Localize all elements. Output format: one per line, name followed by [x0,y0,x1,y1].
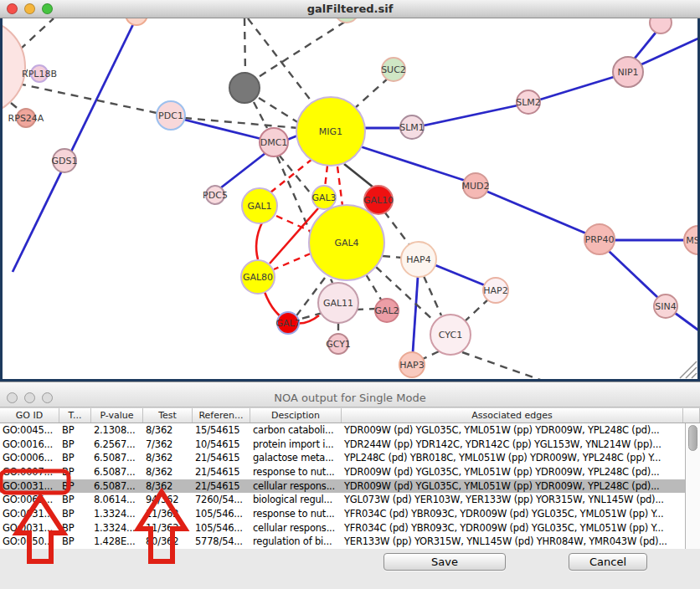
edge-pd[interactable] [464,299,489,322]
save-button[interactable]: Save [383,553,506,571]
cell-type: BP [59,451,91,465]
table-scrollbar-thumb[interactable] [688,425,697,451]
node-GAL1[interactable]: GAL1 [242,188,277,223]
node-GCY1[interactable]: GCY1 [326,334,351,354]
column-header-p_value[interactable]: P-value [91,408,143,423]
resize-grip-icon[interactable] [680,361,697,378]
table-row[interactable]: GO:0031...BP1.3324...11/362105/546...cel… [0,521,685,535]
edge-pd[interactable] [366,274,381,300]
node-green-top[interactable] [335,18,358,23]
edge-pp[interactable] [675,313,700,331]
cancel-button[interactable]: Cancel [569,553,647,571]
node-PDC1[interactable]: PDC1 [157,101,185,130]
node-GAL80[interactable]: GAL80 [241,260,275,294]
results-table: GO:0045...BP2.1308...8/36215/54615carbon… [0,423,685,549]
cell-type: BP [59,507,91,521]
node-GDS1[interactable]: GDS1 [52,149,78,172]
edge-pd[interactable] [384,212,410,246]
table-row[interactable]: GO:0031...BP6.5087...8/36221/54615cellul… [0,479,685,494]
node-gray-node[interactable] [229,73,260,103]
node-GAL2[interactable]: GAL2 [374,299,399,322]
node-HAP2[interactable]: HAP2 [483,278,508,303]
edge-pp[interactable] [13,21,135,272]
table-row[interactable]: GO:0065...BP8.0614...94/3627260/54...bio… [0,493,685,507]
edge-pd[interactable] [424,276,441,315]
edge-pp[interactable] [487,192,586,233]
edge-pp[interactable] [435,265,485,285]
cell-test: 11/362 [143,507,193,521]
table-row[interactable]: GO:0050...BP1.428E...80/3625778/54...reg… [0,535,685,549]
edge-redd[interactable] [325,166,327,187]
edge-pd[interactable] [462,352,543,381]
column-header-description[interactable]: Desciption [250,408,342,423]
edge-pp[interactable] [220,153,265,188]
node-SUC2[interactable]: SUC2 [381,58,406,81]
node-GAL7[interactable]: GAL7 [275,312,300,334]
edge-pp[interactable] [540,77,614,100]
cell-p_value: 6.5087... [91,479,143,494]
table-row[interactable]: GO:0007...BP6.5087...8/36221/54615respon… [0,465,685,479]
table-scrollbar[interactable] [685,423,700,549]
edge-pp[interactable] [634,33,656,59]
edge-pd[interactable] [259,98,299,123]
edge-pd[interactable] [11,103,20,110]
node-label: MUD2 [461,181,489,192]
edge-pp[interactable] [360,146,466,181]
table-row[interactable]: GO:0006...BP6.5087...8/36221/54615galact… [0,451,685,465]
node-GAL11[interactable]: GAL11 [318,283,358,323]
node-CYC1[interactable]: CYC1 [430,315,471,355]
node-MSL1[interactable]: MSL1 [684,226,700,254]
cell-p_value: 2.1308... [91,423,143,438]
edge-pd[interactable] [356,309,376,310]
edge-pp[interactable] [609,251,658,298]
table-row[interactable]: GO:0031...BP1.3324...11/362105/546...res… [0,507,685,521]
edge-pp[interactable] [184,120,261,139]
edge-pd[interactable] [383,256,402,258]
edge-pp[interactable] [424,105,517,125]
noa-window-titlebar[interactable]: NOA output for Single Mode [0,382,700,407]
column-header-go_id[interactable]: GO ID [0,408,59,423]
node-GAL10[interactable]: GAL10 [363,186,394,214]
node-RPS24A[interactable]: RPS24A [8,109,44,127]
node-HAP4[interactable]: HAP4 [401,242,436,277]
node-PDC5[interactable]: PDC5 [203,186,228,204]
edge-pd[interactable] [244,18,245,74]
node-pink-topright[interactable] [650,18,672,33]
cell-description: regulation of bi... [250,535,342,549]
edge-pp[interactable] [641,38,700,64]
node-label: MSL1 [686,235,700,246]
column-header-test[interactable]: Test [143,408,193,423]
edge-red[interactable] [256,223,262,259]
node-label: GCY1 [326,339,351,350]
node-MUD2[interactable]: MUD2 [461,173,489,198]
node-SIN4[interactable]: SIN4 [654,294,677,318]
edge-pp[interactable] [413,277,418,352]
node-GAL3[interactable]: GAL3 [311,186,336,209]
node-HAP3[interactable]: HAP3 [399,352,425,377]
edge-redd[interactable] [337,166,342,206]
table-row[interactable]: GO:0016...BP6.2567...7/36210/54615protei… [0,438,685,452]
edge-pd[interactable] [18,84,157,113]
column-header-reference[interactable]: Referen... [193,408,250,423]
node-SLM1[interactable]: SLM1 [399,115,425,139]
column-header-type[interactable]: T... [59,408,91,423]
node-MIG1[interactable]: MIG1 [296,97,365,166]
edge-pd[interactable] [355,78,389,108]
edge-redd[interactable] [274,254,311,269]
node-GAL4[interactable]: GAL4 [309,205,384,280]
network-canvas[interactable]: RPL18BRPS24AGDS1PDC1DMC1MIG1PDC5SUC2SLM1… [0,18,700,382]
node-DMC1[interactable]: DMC1 [260,128,288,156]
column-header-edges[interactable]: Associated edges [342,408,683,423]
node-SLM2[interactable]: SLM2 [516,90,541,114]
node-RPL18B[interactable]: RPL18B [22,65,57,82]
edge-dark[interactable] [344,164,373,187]
edge-pd[interactable] [423,351,439,359]
node-big-left[interactable] [0,18,25,115]
node-PRP40[interactable]: PRP40 [584,224,615,254]
node-pink-topleft[interactable] [126,18,147,25]
network-window-titlebar[interactable]: galFiltered.sif [0,0,700,18]
edge-pd[interactable] [255,22,345,79]
table-row[interactable]: GO:0045...BP2.1308...8/36215/54615carbon… [0,423,685,438]
cell-type: BP [59,479,91,494]
node-NIP1[interactable]: NIP1 [613,57,643,87]
